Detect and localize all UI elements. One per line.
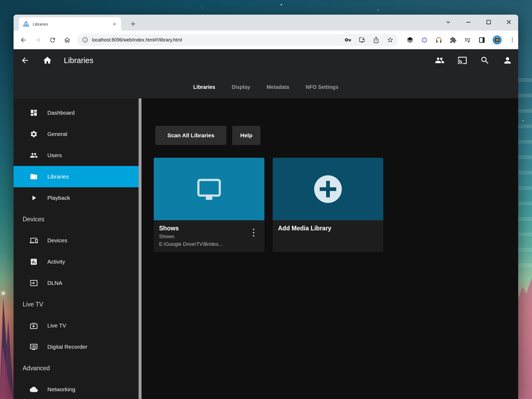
settings-tabs: Libraries Display Metadata NFO Settings [14, 80, 518, 94]
reload-icon[interactable] [47, 34, 58, 46]
library-menu-kebab-icon[interactable] [253, 229, 254, 236]
users-group-icon[interactable] [435, 56, 444, 65]
new-tab-button[interactable] [128, 19, 138, 29]
library-type: Shows [159, 232, 259, 240]
wallpaper-star [202, 7, 203, 8]
play-icon [29, 193, 38, 202]
tv-monitor-icon [191, 174, 227, 204]
people-icon [29, 151, 38, 160]
wallpaper-mountain [518, 277, 532, 399]
page-title: Libraries [64, 56, 93, 65]
browser-window: Libraries localhost:8096/web/index.html#… [14, 15, 518, 399]
wallpaper-streaks [518, 66, 532, 279]
input-icon [29, 279, 38, 288]
avatar-image [495, 38, 499, 42]
flower-icon[interactable] [421, 36, 428, 44]
add-card-image[interactable] [273, 158, 383, 220]
key-icon[interactable] [344, 36, 351, 43]
tab-display[interactable]: Display [232, 84, 250, 90]
tab-search-chevron-icon[interactable] [445, 19, 452, 26]
browser-tab[interactable]: Libraries [19, 17, 121, 31]
library-card-shows[interactable]: Shows Shows E:\Google Drive\TV\Brides... [154, 158, 264, 252]
activity-icon [29, 257, 38, 266]
maximize-icon[interactable] [485, 19, 492, 26]
folder-icon [29, 172, 38, 181]
tab-title: Libraries [33, 22, 112, 26]
plus-icon [314, 175, 342, 203]
wallpaper-star [2, 292, 5, 294]
sidebar-item-digital-recorder[interactable]: Digital Recorder [14, 336, 139, 358]
sidebar-item-devices[interactable]: Devices [14, 230, 139, 251]
scan-all-libraries-button[interactable]: Scan All Libraries [155, 126, 226, 145]
library-path: E:\Google Drive\TV\Brides... [159, 240, 259, 248]
cloud-icon [29, 385, 38, 394]
sidebar-item-users[interactable]: Users [14, 145, 139, 166]
layers-icon[interactable] [406, 36, 414, 44]
account-icon[interactable] [503, 56, 512, 65]
profile-avatar[interactable] [493, 35, 502, 44]
app-back-icon[interactable] [20, 56, 30, 65]
sidebar-item-libraries[interactable]: Libraries [14, 166, 139, 187]
library-name: Shows [159, 224, 259, 232]
extensions-puzzle-icon[interactable] [450, 36, 457, 44]
add-card-footer: Add Media Library [273, 220, 383, 252]
install-icon[interactable] [359, 36, 365, 43]
dashboard-icon [29, 108, 38, 117]
share-icon[interactable] [373, 36, 380, 43]
close-icon[interactable] [505, 19, 512, 26]
sidebar-item-networking[interactable]: Networking [14, 379, 139, 399]
live-tv-icon [29, 321, 38, 330]
headphones-icon[interactable] [435, 36, 442, 44]
back-icon[interactable] [17, 34, 29, 46]
sidebar-item-playback[interactable]: Playback [14, 187, 139, 209]
library-card-image[interactable] [154, 158, 264, 220]
dvr-icon [29, 342, 38, 351]
cast-icon[interactable] [458, 56, 467, 65]
sidebar-section-advanced: Advanced [14, 358, 139, 379]
sidebar-item-dlna[interactable]: DLNA [14, 272, 139, 294]
sidebar-item-general[interactable]: General [14, 123, 139, 145]
url-bar[interactable]: localhost:8096/web/index.html#!/library.… [77, 34, 398, 46]
app-bar: Libraries [14, 49, 518, 72]
minimize-icon[interactable] [465, 19, 472, 26]
library-card-footer: Shows Shows E:\Google Drive\TV\Brides... [154, 220, 264, 252]
sidebar-item-activity[interactable]: Activity [14, 251, 139, 272]
search-icon[interactable] [480, 56, 490, 65]
tab-close-icon[interactable] [112, 22, 117, 26]
tab-metadata[interactable]: Metadata [267, 84, 289, 90]
playlist-icon[interactable] [464, 36, 471, 44]
extensions-row [406, 35, 516, 44]
window-controls [445, 19, 512, 26]
devices-icon [29, 236, 38, 245]
add-card-label: Add Media Library [278, 224, 378, 232]
app-header-block: Libraries Libraries Display Metadata NFO… [14, 49, 518, 98]
forward-icon[interactable] [32, 34, 44, 46]
help-button[interactable]: Help [232, 126, 260, 145]
sidebar-section-live-tv: Live TV [14, 294, 139, 315]
wallpaper-star [281, 4, 282, 5]
add-media-library-card[interactable]: Add Media Library [273, 158, 383, 252]
side-panel-icon[interactable] [478, 36, 485, 44]
gear-icon [29, 130, 38, 139]
tab-nfo-settings[interactable]: NFO Settings [306, 84, 339, 90]
url-text[interactable]: localhost:8096/web/index.html#!/library.… [92, 37, 182, 43]
app-home-icon[interactable] [43, 56, 52, 65]
home-icon[interactable] [61, 34, 73, 46]
sidebar-item-dashboard[interactable]: Dashboard [14, 102, 139, 123]
admin-sidebar: Dashboard General Users Libraries Playba… [14, 98, 139, 399]
browser-menu-kebab-icon[interactable] [509, 36, 516, 43]
sidebar-item-live-tv[interactable]: Live TV [14, 315, 139, 336]
sidebar-scrollbar[interactable] [139, 98, 142, 399]
jellyfin-favicon-icon [23, 20, 30, 27]
jellyfin-app: Libraries Libraries Display Metadata NFO… [14, 49, 518, 399]
bookmark-star-icon[interactable] [387, 36, 394, 43]
wallpaper-star [378, 10, 379, 11]
sidebar-section-devices: Devices [14, 209, 139, 230]
browser-toolbar: localhost:8096/web/index.html#!/library.… [14, 31, 518, 49]
tab-libraries[interactable]: Libraries [193, 84, 215, 90]
site-info-icon[interactable] [82, 37, 88, 43]
browser-tab-strip: Libraries [14, 15, 518, 31]
